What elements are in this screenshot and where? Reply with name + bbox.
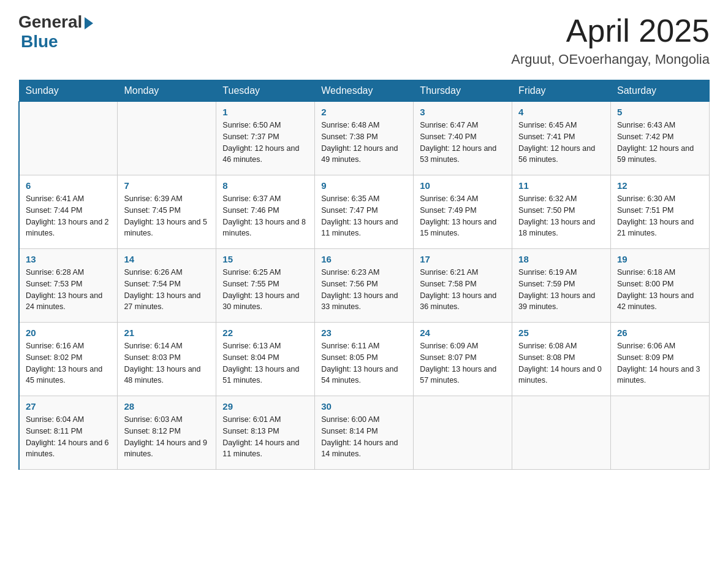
day-number: 21 — [124, 327, 210, 338]
day-cell-2: 2Sunrise: 6:48 AMSunset: 7:38 PMDaylight… — [315, 102, 414, 175]
day-number: 26 — [617, 327, 703, 338]
day-info: Sunrise: 6:14 AMSunset: 8:03 PMDaylight:… — [124, 340, 210, 386]
day-cell-22: 22Sunrise: 6:13 AMSunset: 8:04 PMDayligh… — [216, 323, 315, 396]
day-info: Sunrise: 6:23 AMSunset: 7:56 PMDaylight:… — [321, 267, 407, 313]
day-cell-3: 3Sunrise: 6:47 AMSunset: 7:40 PMDaylight… — [414, 102, 512, 175]
week-row-4: 20Sunrise: 6:16 AMSunset: 8:02 PMDayligh… — [19, 323, 710, 396]
day-number: 19 — [617, 254, 703, 264]
day-number: 10 — [420, 180, 506, 191]
logo-blue-text: Blue — [21, 32, 58, 52]
day-cell-18: 18Sunrise: 6:19 AMSunset: 7:59 PMDayligh… — [512, 249, 611, 323]
day-info: Sunrise: 6:03 AMSunset: 8:12 PMDaylight:… — [124, 414, 210, 460]
day-info: Sunrise: 6:09 AMSunset: 8:07 PMDaylight:… — [420, 340, 506, 386]
weekday-header-tuesday: Tuesday — [216, 80, 315, 102]
day-cell-19: 19Sunrise: 6:18 AMSunset: 8:00 PMDayligh… — [611, 249, 710, 323]
logo-general-text: General — [18, 12, 82, 32]
day-number: 30 — [321, 401, 407, 412]
day-cell-9: 9Sunrise: 6:35 AMSunset: 7:47 PMDaylight… — [315, 175, 414, 249]
day-info: Sunrise: 6:47 AMSunset: 7:40 PMDaylight:… — [420, 120, 506, 166]
weekday-header-friday: Friday — [512, 80, 611, 102]
day-number: 25 — [518, 327, 604, 338]
week-row-3: 13Sunrise: 6:28 AMSunset: 7:53 PMDayligh… — [19, 249, 710, 323]
day-info: Sunrise: 6:41 AMSunset: 7:44 PMDaylight:… — [26, 193, 111, 239]
empty-cell — [19, 102, 118, 175]
day-info: Sunrise: 6:30 AMSunset: 7:51 PMDaylight:… — [617, 193, 703, 239]
day-cell-10: 10Sunrise: 6:34 AMSunset: 7:49 PMDayligh… — [414, 175, 512, 249]
day-cell-20: 20Sunrise: 6:16 AMSunset: 8:02 PMDayligh… — [19, 323, 118, 396]
title-block: April 2025 Arguut, OEvoerhangay, Mongoli… — [511, 12, 710, 67]
day-info: Sunrise: 6:37 AMSunset: 7:46 PMDaylight:… — [222, 193, 308, 239]
weekday-header-wednesday: Wednesday — [315, 80, 414, 102]
day-info: Sunrise: 6:19 AMSunset: 7:59 PMDaylight:… — [518, 267, 604, 313]
day-info: Sunrise: 6:45 AMSunset: 7:41 PMDaylight:… — [518, 120, 604, 166]
day-info: Sunrise: 6:01 AMSunset: 8:13 PMDaylight:… — [222, 414, 308, 460]
day-cell-1: 1Sunrise: 6:50 AMSunset: 7:37 PMDaylight… — [216, 102, 315, 175]
calendar-header: SundayMondayTuesdayWednesdayThursdayFrid… — [19, 80, 710, 102]
day-info: Sunrise: 6:16 AMSunset: 8:02 PMDaylight:… — [26, 340, 111, 386]
day-number: 28 — [124, 401, 210, 412]
day-cell-24: 24Sunrise: 6:09 AMSunset: 8:07 PMDayligh… — [414, 323, 512, 396]
day-cell-28: 28Sunrise: 6:03 AMSunset: 8:12 PMDayligh… — [118, 396, 216, 470]
day-cell-12: 12Sunrise: 6:30 AMSunset: 7:51 PMDayligh… — [611, 175, 710, 249]
day-number: 11 — [518, 180, 604, 191]
day-info: Sunrise: 6:35 AMSunset: 7:47 PMDaylight:… — [321, 193, 407, 239]
day-number: 1 — [222, 107, 308, 117]
day-info: Sunrise: 6:11 AMSunset: 8:05 PMDaylight:… — [321, 340, 407, 386]
day-cell-16: 16Sunrise: 6:23 AMSunset: 7:56 PMDayligh… — [315, 249, 414, 323]
page-title: April 2025 — [511, 12, 710, 49]
day-cell-26: 26Sunrise: 6:06 AMSunset: 8:09 PMDayligh… — [611, 323, 710, 396]
empty-cell — [118, 102, 216, 175]
week-row-5: 27Sunrise: 6:04 AMSunset: 8:11 PMDayligh… — [19, 396, 710, 470]
day-cell-17: 17Sunrise: 6:21 AMSunset: 7:58 PMDayligh… — [414, 249, 512, 323]
calendar-body: 1Sunrise: 6:50 AMSunset: 7:37 PMDaylight… — [19, 102, 710, 470]
week-row-2: 6Sunrise: 6:41 AMSunset: 7:44 PMDaylight… — [19, 175, 710, 249]
day-info: Sunrise: 6:50 AMSunset: 7:37 PMDaylight:… — [222, 120, 308, 166]
day-cell-29: 29Sunrise: 6:01 AMSunset: 8:13 PMDayligh… — [216, 396, 315, 470]
day-number: 24 — [420, 327, 506, 338]
day-cell-15: 15Sunrise: 6:25 AMSunset: 7:55 PMDayligh… — [216, 249, 315, 323]
day-number: 17 — [420, 254, 506, 264]
day-info: Sunrise: 6:00 AMSunset: 8:14 PMDaylight:… — [321, 414, 407, 460]
weekday-header-sunday: Sunday — [19, 80, 118, 102]
page-header: General Blue April 2025 Arguut, OEvoerha… — [18, 12, 710, 67]
day-cell-5: 5Sunrise: 6:43 AMSunset: 7:42 PMDaylight… — [611, 102, 710, 175]
day-info: Sunrise: 6:32 AMSunset: 7:50 PMDaylight:… — [518, 193, 604, 239]
weekday-header-row: SundayMondayTuesdayWednesdayThursdayFrid… — [19, 80, 710, 102]
day-info: Sunrise: 6:08 AMSunset: 8:08 PMDaylight:… — [518, 340, 604, 386]
day-number: 12 — [617, 180, 703, 191]
day-info: Sunrise: 6:39 AMSunset: 7:45 PMDaylight:… — [124, 193, 210, 239]
week-row-1: 1Sunrise: 6:50 AMSunset: 7:37 PMDaylight… — [19, 102, 710, 175]
day-info: Sunrise: 6:13 AMSunset: 8:04 PMDaylight:… — [222, 340, 308, 386]
day-number: 13 — [26, 254, 111, 264]
weekday-header-thursday: Thursday — [414, 80, 512, 102]
day-number: 23 — [321, 327, 407, 338]
day-info: Sunrise: 6:06 AMSunset: 8:09 PMDaylight:… — [617, 340, 703, 386]
day-number: 2 — [321, 107, 407, 117]
day-number: 15 — [222, 254, 308, 264]
day-number: 27 — [26, 401, 111, 412]
empty-cell — [512, 396, 611, 470]
day-number: 18 — [518, 254, 604, 264]
day-cell-25: 25Sunrise: 6:08 AMSunset: 8:08 PMDayligh… — [512, 323, 611, 396]
day-info: Sunrise: 6:48 AMSunset: 7:38 PMDaylight:… — [321, 120, 407, 166]
page-subtitle: Arguut, OEvoerhangay, Mongolia — [511, 52, 710, 67]
day-number: 14 — [124, 254, 210, 264]
logo: General Blue — [18, 12, 93, 52]
day-number: 20 — [26, 327, 111, 338]
day-number: 4 — [518, 107, 604, 117]
day-info: Sunrise: 6:18 AMSunset: 8:00 PMDaylight:… — [617, 267, 703, 313]
weekday-header-monday: Monday — [118, 80, 216, 102]
empty-cell — [611, 396, 710, 470]
day-number: 29 — [222, 401, 308, 412]
day-cell-23: 23Sunrise: 6:11 AMSunset: 8:05 PMDayligh… — [315, 323, 414, 396]
day-number: 8 — [222, 180, 308, 191]
day-number: 5 — [617, 107, 703, 117]
empty-cell — [414, 396, 512, 470]
day-cell-8: 8Sunrise: 6:37 AMSunset: 7:46 PMDaylight… — [216, 175, 315, 249]
day-cell-14: 14Sunrise: 6:26 AMSunset: 7:54 PMDayligh… — [118, 249, 216, 323]
day-info: Sunrise: 6:21 AMSunset: 7:58 PMDaylight:… — [420, 267, 506, 313]
day-info: Sunrise: 6:28 AMSunset: 7:53 PMDaylight:… — [26, 267, 111, 313]
day-number: 6 — [26, 180, 111, 191]
calendar-table: SundayMondayTuesdayWednesdayThursdayFrid… — [18, 80, 710, 470]
day-cell-21: 21Sunrise: 6:14 AMSunset: 8:03 PMDayligh… — [118, 323, 216, 396]
